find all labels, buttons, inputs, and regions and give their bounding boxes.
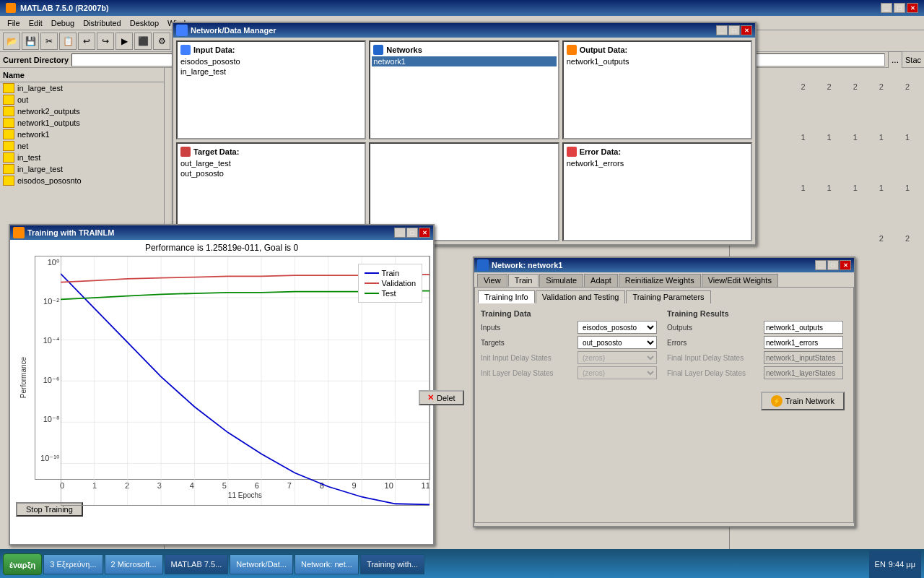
menu-debug[interactable]: Debug: [47, 19, 79, 27]
sidebar-item-4[interactable]: network1: [0, 129, 164, 140]
toolbar-open[interactable]: 📂: [3, 33, 20, 50]
ndm-target-item-0[interactable]: out_large_test: [179, 158, 363, 168]
targets-row: Targets out_pososto: [481, 336, 661, 349]
y-tick-3: 10⁻⁶: [37, 376, 59, 385]
net-outer-tabs: View Train Simulate Adapt Reinitialize W…: [474, 272, 854, 287]
tab-training-info[interactable]: Training Info: [478, 290, 535, 303]
minimize-button[interactable]: _: [881, 3, 892, 13]
tab-validation-testing[interactable]: Validation and Testing: [536, 290, 626, 303]
targets-select[interactable]: out_pososto: [578, 336, 657, 349]
sidebar-item-label: network1_outputs: [17, 118, 80, 127]
toolbar-save[interactable]: 💾: [22, 33, 39, 50]
bg-num: 1: [905, 133, 910, 142]
delete-label: Delet: [437, 394, 456, 402]
close-button[interactable]: ✕: [907, 3, 918, 13]
sidebar-item-5[interactable]: net: [0, 140, 164, 152]
taskbar-item-5[interactable]: Training with...: [360, 554, 424, 574]
toolbar-settings[interactable]: ⚙: [153, 33, 170, 50]
targets-label: Targets: [481, 339, 575, 347]
ndm-close[interactable]: ✕: [741, 25, 752, 35]
toolbar-redo[interactable]: ↪: [97, 33, 114, 50]
taskbar-item-label-4: Network: net...: [301, 560, 352, 569]
sidebar-item-label: in_large_test: [17, 84, 63, 92]
file-icon: [3, 95, 14, 105]
ndm-error-item-0[interactable]: network1_errors: [565, 158, 749, 168]
taskbar-item-label-0: 3 Εξερεύνη...: [50, 560, 96, 569]
tab-view[interactable]: View: [477, 274, 507, 287]
toolbar-cut[interactable]: ✂: [40, 33, 58, 50]
tab-training-params[interactable]: Training Parameters: [626, 290, 710, 303]
init-layer-delay-select: (zeros): [578, 366, 657, 379]
train-maximize[interactable]: □: [406, 228, 418, 238]
final-input-delay-label: Final Input Delay States: [667, 354, 761, 362]
inputs-select[interactable]: eisodos_pososto: [578, 321, 657, 334]
y-axis-label: Performance: [20, 357, 28, 398]
target-data-icon: [180, 147, 191, 157]
dir-browse-button[interactable]: ...: [888, 51, 902, 69]
taskbar-item-4[interactable]: Network: net...: [295, 554, 359, 574]
ndm-input-item-1[interactable]: in_large_test: [179, 66, 363, 77]
bg-num: 2: [801, 82, 805, 91]
matlab-titlebar: MATLAB 7.5.0 (R2007b) _ □ ✕: [0, 0, 924, 16]
tab-reinitialize[interactable]: Reinitialize Weights: [619, 274, 701, 287]
sidebar-item-3[interactable]: network1_outputs: [0, 117, 164, 129]
ndm-maximize[interactable]: □: [728, 25, 740, 35]
file-icon: [3, 129, 14, 139]
delete-button[interactable]: ✕ Delet: [419, 390, 464, 405]
toolbar-undo[interactable]: ↩: [78, 33, 95, 50]
net-titlebar: Network: network1 _ □ ✕: [474, 258, 854, 272]
sidebar-item-0[interactable]: in_large_test: [0, 82, 164, 94]
train-network-button[interactable]: ⚡ Train Network: [761, 392, 845, 410]
menu-desktop[interactable]: Desktop: [126, 19, 163, 27]
sidebar-item-7[interactable]: in_large_test: [0, 163, 164, 175]
sidebar-item-8[interactable]: eisodos_pososnto: [0, 175, 164, 186]
file-icon: [3, 141, 14, 151]
ndm-window: Network/Data Manager _ □ ✕ Input Data: e…: [172, 22, 757, 246]
bg-num: 2: [853, 82, 858, 91]
net-maximize[interactable]: □: [827, 260, 839, 270]
net-close[interactable]: ✕: [840, 260, 851, 270]
tab-train[interactable]: Train: [508, 274, 539, 287]
y-tick-4: 10⁻⁸: [37, 415, 59, 424]
errors-input[interactable]: [764, 336, 843, 349]
taskbar-item-1[interactable]: 2 Microsoft...: [105, 554, 163, 574]
training-results-col: Training Results Outputs Errors Final In…: [667, 309, 847, 381]
ndm-target-item-1[interactable]: out_pososto: [179, 168, 363, 178]
sidebar-item-2[interactable]: network2_outputs: [0, 105, 164, 117]
taskbar-item-2[interactable]: MATLAB 7.5...: [165, 554, 229, 574]
ndm-input-item-0[interactable]: eisodos_pososto: [179, 56, 363, 66]
sidebar-item-1[interactable]: out: [0, 94, 164, 105]
train-network-icon: ⚡: [771, 395, 783, 407]
taskbar-item-3[interactable]: Network/Dat...: [230, 554, 293, 574]
sidebar-item-6[interactable]: in_test: [0, 152, 164, 163]
ndm-network-item-0[interactable]: network1: [372, 56, 556, 66]
menu-edit[interactable]: Edit: [25, 19, 47, 27]
toolbar-run[interactable]: ▶: [116, 33, 133, 50]
ndm-target-header: Target Data:: [179, 145, 363, 158]
net-window: Network: network1 _ □ ✕ View Train Simul…: [473, 256, 855, 527]
net-title: Network: network1: [492, 261, 562, 269]
menu-file[interactable]: File: [3, 19, 25, 27]
outputs-input[interactable]: [764, 321, 843, 334]
init-input-delay-select: (zeros): [578, 351, 657, 364]
start-button[interactable]: έναρξη: [3, 553, 42, 575]
maximize-button[interactable]: □: [894, 3, 905, 13]
net-minimize[interactable]: _: [815, 260, 827, 270]
current-dir-label: Current Directory: [3, 56, 69, 64]
sidebar-item-label: network1: [17, 130, 50, 139]
net-icon: [477, 259, 489, 271]
training-data-col: Training Data Inputs eisodos_pososto Tar…: [481, 309, 661, 381]
tab-simulate[interactable]: Simulate: [539, 274, 583, 287]
bg-num: 1: [853, 184, 858, 192]
tab-adapt[interactable]: Adapt: [584, 274, 618, 287]
tab-view-edit[interactable]: View/Edit Weights: [702, 274, 778, 287]
taskbar-item-0[interactable]: 3 Εξερεύνη...: [43, 554, 103, 574]
ndm-output-item-0[interactable]: network1_outputs: [565, 56, 749, 66]
train-minimize[interactable]: _: [394, 228, 406, 238]
menu-distributed[interactable]: Distributed: [79, 19, 126, 27]
toolbar-stop[interactable]: ⬛: [134, 33, 152, 50]
networks-icon: [373, 45, 383, 55]
ndm-minimize[interactable]: _: [716, 25, 728, 35]
train-close[interactable]: ✕: [419, 228, 430, 238]
toolbar-copy[interactable]: 📋: [59, 33, 77, 50]
